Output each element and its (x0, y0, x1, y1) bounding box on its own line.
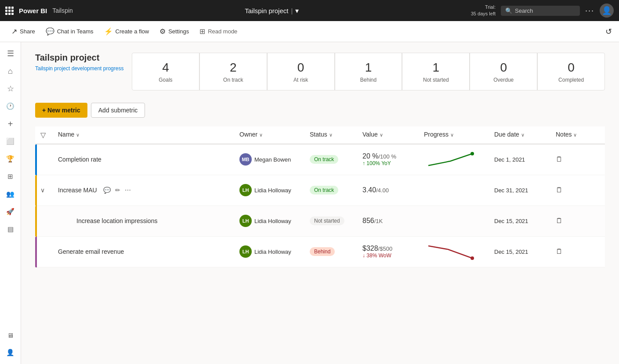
row-indicator (35, 144, 37, 175)
stat-card-completed[interactable]: 0 Completed (537, 53, 605, 90)
col-header-owner[interactable]: Owner ∨ (239, 131, 310, 139)
sidebar-item-menu[interactable]: ☰ (3, 46, 18, 61)
svg-point-0 (471, 152, 474, 155)
read-mode-icon: ⊞ (199, 27, 205, 36)
project-subtitle: Tailspin project development progress (35, 65, 132, 72)
sidebar-item-favorites[interactable]: ☆ (3, 81, 18, 97)
row-notes[interactable]: 🗒 (556, 155, 600, 163)
sidebar-item-recent[interactable]: 🕐 (3, 98, 18, 114)
status-badge: On track (310, 186, 338, 195)
sidebar-item-admin[interactable]: 👤 (3, 345, 18, 360)
project-header: Tailspin project Tailspin project develo… (35, 53, 132, 72)
avatar[interactable]: 👤 (600, 4, 614, 18)
sidebar-item-goals[interactable]: 🏆 (3, 151, 18, 167)
sidebar-item-monitor[interactable]: 🖥 (3, 327, 18, 343)
row-progress (424, 150, 494, 169)
stat-num: 1 (411, 60, 460, 75)
owner-name: Lidia Holloway (254, 249, 291, 255)
new-metric-button[interactable]: + New metric (35, 103, 87, 118)
stat-num: 1 (344, 60, 393, 75)
settings-button[interactable]: ⚙ Settings (155, 25, 193, 38)
sidebar-item-reports[interactable]: ▤ (3, 221, 18, 237)
row-owner: LH Lidia Holloway (239, 245, 310, 258)
toolbar: ↗ Share 💬 Chat in Teams ⚡ Create a flow … (0, 21, 619, 42)
filter-icon[interactable]: ▽ (40, 131, 58, 139)
row-due-date: Dec 1, 2021 (494, 156, 556, 163)
table-row-increase-location[interactable]: Increase location impressions LH Lidia H… (35, 206, 605, 237)
table-row-completion-rate[interactable]: Completion rate MB Megan Bowen On track … (35, 144, 605, 175)
expand-button-increase-mau[interactable]: ∨ (40, 187, 45, 194)
col-header-notes[interactable]: Notes ∨ (556, 131, 600, 139)
project-dropdown-button[interactable]: ▾ (295, 7, 299, 15)
col-header-name[interactable]: Name ∨ (58, 131, 239, 139)
sidebar-item-create[interactable]: + (3, 116, 18, 132)
sidebar-item-deploy[interactable]: 🚀 (3, 204, 18, 220)
share-icon: ↗ (11, 27, 17, 36)
more-options-button[interactable]: ··· (585, 6, 594, 15)
row-due-date: Dec 15, 2021 (494, 218, 556, 224)
row-name: Increase MAU 💬 ✏ ⋯ (58, 186, 239, 195)
table-row-increase-mau[interactable]: ∨ Increase MAU 💬 ✏ ⋯ LH Lidia Holloway O… (35, 175, 605, 206)
refresh-button[interactable]: ↺ (605, 27, 612, 36)
stat-label: Overdue (479, 77, 528, 83)
row-expand-col[interactable]: ∨ (40, 187, 58, 194)
row-notes[interactable]: 🗒 (556, 186, 600, 194)
read-mode-button[interactable]: ⊞ Read mode (195, 25, 242, 38)
read-mode-label: Read mode (208, 28, 237, 35)
owner-name: Lidia Holloway (254, 187, 291, 194)
flow-label: Create a flow (116, 28, 149, 35)
sidebar-item-dashboards[interactable]: ⊞ (3, 169, 18, 184)
chat-label: Chat in Teams (57, 28, 94, 35)
project-name-heading: Tailspin project (35, 53, 132, 63)
value-note: ↑ 100% YoY (362, 160, 424, 166)
stat-card-on-track[interactable]: 2 On track (199, 53, 267, 90)
row-status: Not started (310, 216, 362, 225)
table-rows: Completion rate MB Megan Bowen On track … (35, 144, 605, 267)
more-action-icon[interactable]: ⋯ (123, 186, 133, 195)
search-icon: 🔍 (505, 7, 512, 14)
chat-teams-button[interactable]: 💬 Chat in Teams (41, 25, 98, 38)
row-indicator (35, 175, 37, 206)
row-indicator (35, 206, 37, 237)
sidebar-item-apps[interactable]: ⬜ (3, 133, 18, 149)
waffle-icon[interactable] (5, 7, 14, 15)
col-header-progress[interactable]: Progress ∨ (424, 131, 494, 139)
search-box[interactable]: 🔍 Search (501, 6, 580, 16)
value-main: 3.40 (362, 186, 376, 194)
row-progress (424, 242, 494, 261)
row-notes[interactable]: 🗒 (556, 248, 600, 256)
share-label: Share (20, 28, 35, 35)
project-title-text: Tailspin project (245, 7, 288, 14)
create-flow-button[interactable]: ⚡ Create a flow (100, 25, 154, 38)
sidebar-item-people[interactable]: 👥 (3, 186, 18, 202)
table-row-wrapper: Increase location impressions LH Lidia H… (35, 206, 605, 237)
main-content: Tailspin project Tailspin project develo… (21, 42, 619, 364)
col-header-status[interactable]: Status ∨ (310, 131, 362, 139)
stat-label: On track (209, 77, 258, 83)
edit-action-icon[interactable]: ✏ (113, 186, 122, 195)
share-button[interactable]: ↗ Share (7, 25, 40, 38)
row-value: 856/1K (362, 217, 424, 225)
add-submetric-button[interactable]: Add submetric (91, 103, 145, 118)
value-note: ↓ 38% WoW (362, 252, 424, 259)
table-row-generate-email[interactable]: Generate email revenue LH Lidia Holloway… (35, 237, 605, 267)
stat-num: 2 (209, 60, 258, 75)
owner-badge: LH (239, 245, 252, 258)
col-header-due-date[interactable]: Due date ∨ (494, 131, 556, 139)
row-indicator (35, 237, 37, 267)
stats-row: 4 Goals 2 On track 0 At risk 1 Behind 1 … (132, 53, 605, 90)
stat-card-behind[interactable]: 1 Behind (335, 53, 402, 90)
owner-badge: MB (239, 153, 252, 166)
value-main: $328 (362, 245, 378, 252)
sidebar-item-home[interactable]: ⌂ (3, 63, 18, 79)
stat-card-not-started[interactable]: 1 Not started (402, 53, 470, 90)
stat-card-goals[interactable]: 4 Goals (132, 53, 199, 90)
value-unit: /1K (374, 218, 383, 224)
row-notes[interactable]: 🗒 (556, 217, 600, 225)
col-header-value[interactable]: Value ∨ (362, 131, 424, 139)
comment-action-icon[interactable]: 💬 (101, 186, 112, 195)
stat-card-overdue[interactable]: 0 Overdue (470, 53, 537, 90)
value-main: 856 (362, 217, 374, 224)
stat-card-at-risk[interactable]: 0 At risk (267, 53, 335, 90)
row-owner: MB Megan Bowen (239, 153, 310, 166)
